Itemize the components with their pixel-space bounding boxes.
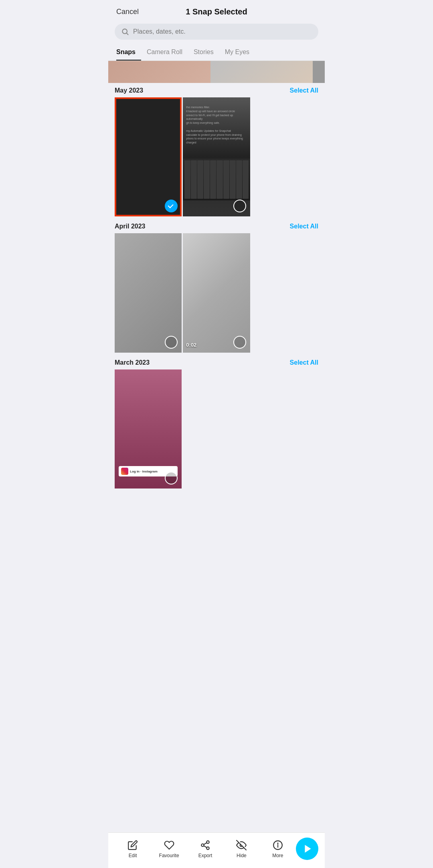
key	[204, 160, 210, 199]
snap-march-1[interactable]: Log in · Instagram	[115, 369, 182, 489]
key	[197, 160, 203, 199]
grid-april: 0:02	[115, 233, 318, 352]
header: Cancel 1 Snap Selected	[108, 0, 325, 20]
video-duration: 0:02	[186, 342, 196, 348]
tab-stories[interactable]: Stories	[194, 44, 219, 61]
select-circle-may-2[interactable]	[233, 200, 246, 212]
key	[223, 160, 229, 199]
search-input[interactable]	[133, 28, 312, 35]
snap-may-1[interactable]	[115, 97, 182, 216]
snap-april-1[interactable]	[115, 233, 182, 352]
tab-snaps[interactable]: Snaps	[116, 44, 141, 61]
section-header-april: April 2023 Select All	[115, 223, 318, 230]
search-bar-container	[108, 20, 325, 44]
tab-camera-roll[interactable]: Camera Roll	[147, 44, 188, 61]
strip-image-2	[210, 61, 313, 83]
select-all-may-button[interactable]: Select All	[290, 87, 318, 94]
preview-strip	[108, 61, 325, 83]
tabs-bar: Snaps Camera Roll Stories My Eyes	[108, 44, 325, 61]
tab-my-eyes[interactable]: My Eyes	[225, 44, 255, 61]
section-month-march: March 2023	[115, 359, 150, 366]
select-circle-may-1[interactable]	[165, 200, 178, 212]
key	[191, 160, 197, 199]
select-circle-april-1[interactable]	[165, 336, 178, 349]
section-month-may: May 2023	[115, 87, 143, 94]
section-may-2023: May 2023 Select All the memories filter.…	[108, 83, 325, 219]
section-header-may: May 2023 Select All	[115, 87, 318, 94]
strip-image-3	[313, 61, 325, 83]
select-all-april-button[interactable]: Select All	[290, 223, 318, 230]
section-april-2023: April 2023 Select All 0:02	[108, 219, 325, 355]
select-all-march-button[interactable]: Select All	[290, 359, 318, 366]
svg-line-1	[127, 33, 128, 35]
search-icon	[121, 28, 129, 36]
select-circle-april-2[interactable]	[233, 336, 246, 349]
key	[184, 160, 190, 199]
section-march-2023: March 2023 Select All Log in · Instagram	[108, 355, 325, 491]
strip-image-1	[108, 61, 210, 83]
snap-may-2[interactable]: the memories filter. it backed up will h…	[183, 97, 250, 216]
cancel-button[interactable]: Cancel	[116, 8, 139, 16]
grid-may: the memories filter. it backed up will h…	[115, 97, 318, 216]
grid-march: Log in · Instagram	[115, 369, 318, 489]
snap-april-2[interactable]: 0:02	[183, 233, 250, 352]
main-content: May 2023 Select All the memories filter.…	[108, 83, 325, 531]
page-title: 1 Snap Selected	[186, 7, 247, 16]
search-bar[interactable]	[115, 24, 318, 40]
key	[236, 160, 242, 199]
section-month-april: April 2023	[115, 223, 145, 230]
keyboard-area	[183, 159, 250, 200]
key	[230, 160, 236, 199]
section-header-march: March 2023 Select All	[115, 359, 318, 366]
key	[243, 160, 249, 199]
key	[210, 160, 216, 199]
key	[216, 160, 223, 199]
select-circle-march-1[interactable]	[165, 472, 178, 484]
